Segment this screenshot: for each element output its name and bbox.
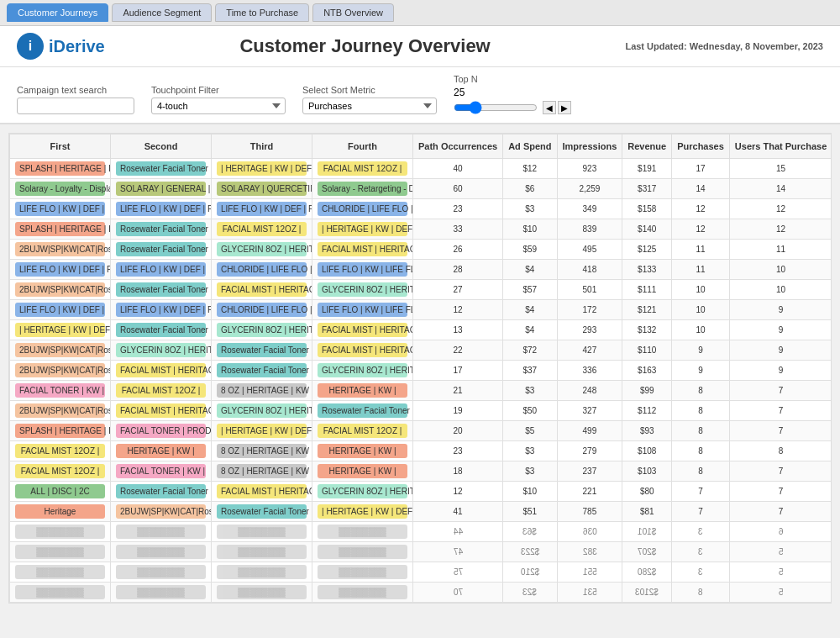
- metric-cell-5: $210: [503, 562, 557, 583]
- metric-cell-6: 839: [557, 219, 622, 240]
- table-row: LIFE FLO | KW | DEF |LIFE FLO | KW | DEF…: [10, 199, 832, 219]
- metric-cell-4: 53: [413, 603, 503, 604]
- metric-cell-9: 10: [729, 260, 832, 280]
- journey-cell-first: ▒▒▒▒▒▒▒▒: [10, 583, 111, 603]
- metric-cell-5: $63: [503, 522, 557, 542]
- campaign-search-input[interactable]: [17, 98, 134, 114]
- metric-cell-5: $5: [503, 421, 557, 441]
- table-row: 2BUJW|SP|KW|CAT|RosewaRosewater Facial T…: [10, 280, 832, 300]
- touchpoint-filter-select[interactable]: 4-touch 3-touch 2-touch: [151, 98, 286, 114]
- journey-cell-first: FACIAL MIST 12OZ |: [10, 441, 111, 461]
- slider-next-button[interactable]: ▶: [558, 101, 571, 114]
- metric-cell-7: $133: [622, 260, 672, 280]
- metric-cell-4: 70: [413, 583, 503, 603]
- table-row: ▒▒▒▒▒▒▒▒▒▒▒▒▒▒▒▒▒▒▒▒▒▒▒▒▒▒▒▒▒▒▒▒44$63036…: [10, 522, 832, 542]
- journey-cell-third: FACIAL MIST | HERITAGE |: [212, 482, 312, 502]
- table-row: SPLASH | HERITAGE | KW |Rosewater Facial…: [10, 159, 832, 179]
- metric-cell-8: 8: [672, 441, 730, 461]
- metric-cell-5: $23: [503, 603, 557, 604]
- metric-cell-7: $207: [622, 542, 672, 562]
- journey-cell-third: LIFE FLO | KW | DEF | PURE: [212, 199, 312, 219]
- metric-cell-5: $4: [503, 260, 557, 280]
- top-n-label: Top N: [454, 74, 571, 84]
- filters-bar: Campaign text search Touchpoint Filter 4…: [0, 67, 840, 124]
- table-row: LIFE FLO | KW | DEF |LIFE FLO | KW | DEF…: [10, 300, 832, 320]
- journey-cell-first: 2BUJW|SP|KW|CAT|Rosewa: [10, 280, 111, 300]
- journey-cell-third: ▒▒▒▒▒▒▒▒: [212, 542, 312, 562]
- journey-cell-fourth: HERITAGE | KW |: [312, 441, 413, 461]
- page-header: i iDerive Customer Journey Overview Last…: [0, 26, 840, 67]
- metric-cell-8: 3: [672, 522, 730, 542]
- logo-text: iDerive: [49, 37, 105, 56]
- metric-cell-4: 26: [413, 240, 503, 260]
- metric-cell-6: 172: [557, 300, 622, 320]
- metric-cell-7: $140: [622, 219, 672, 240]
- tab-customer-journeys[interactable]: Customer Journeys: [7, 3, 108, 22]
- metric-cell-4: 18: [413, 461, 503, 482]
- metric-cell-7: $81: [622, 502, 672, 522]
- slider-prev-button[interactable]: ◀: [543, 101, 556, 114]
- journey-cell-first: 2BUJW|SP|KW|CAT|Rosewa: [10, 340, 111, 361]
- journey-cell-first: FACIAL MIST 12OZ |: [10, 461, 111, 482]
- metric-cell-8: 9: [672, 361, 730, 381]
- metric-cell-6: 237: [557, 461, 622, 482]
- metric-cell-5: $37: [503, 361, 557, 381]
- metric-cell-4: 20: [413, 421, 503, 441]
- metric-cell-8: 12: [672, 199, 730, 219]
- journey-cell-first: Solaray - Loyalty - Display: [10, 179, 111, 199]
- journey-cell-first: LIFE FLO | KW | DEF | PURE: [10, 260, 111, 280]
- table-row: ALL | DISC | 2CRosewater Facial Toner |F…: [10, 482, 832, 502]
- metric-cell-5: $50: [503, 401, 557, 421]
- metric-cell-8: 10: [672, 300, 730, 320]
- metric-cell-7: $101: [622, 522, 672, 542]
- journey-cell-third: CHLORIDE | LIFE FLO | KW |: [212, 300, 312, 320]
- journey-cell-first: Heritage: [10, 502, 111, 522]
- col-purchases: Purchases: [672, 134, 730, 159]
- tab-audience-segment[interactable]: Audience Segment: [112, 3, 212, 22]
- metric-cell-8: 8: [672, 603, 730, 604]
- journey-cell-second: FACIAL TONER | PROD |: [111, 421, 212, 441]
- metric-cell-7: $191: [622, 159, 672, 179]
- table-row: 2BUJW|SP|KW|CAT|RosewaFACIAL MIST | HERI…: [10, 361, 832, 381]
- metric-cell-6: 499: [557, 421, 622, 441]
- journey-cell-fourth: GLYCERIN 8OZ | HERITAGE: [312, 482, 413, 502]
- metric-cell-5: $3: [503, 199, 557, 219]
- logo: i iDerive: [17, 33, 105, 60]
- top-n-controls: 25: [454, 87, 571, 98]
- metric-cell-8: 14: [672, 179, 730, 199]
- metric-cell-4: 60: [413, 179, 503, 199]
- metric-cell-9: 9: [729, 340, 832, 361]
- journey-cell-third: 8 OZ | HERITAGE | KW |: [212, 461, 312, 482]
- journey-cell-second: FACIAL MIST | HERITAGE |: [111, 361, 212, 381]
- metric-cell-8: 8: [672, 421, 730, 441]
- metric-cell-9: 7: [729, 502, 832, 522]
- journey-cell-fourth: CHLORIDE | LIFE FLO | KW |: [312, 199, 413, 219]
- metric-cell-6: 036: [557, 522, 622, 542]
- tab-time-to-purchase[interactable]: Time to Purchase: [215, 3, 309, 22]
- tab-ntb-overview[interactable]: NTB Overview: [312, 3, 394, 22]
- metric-cell-4: 13: [413, 320, 503, 340]
- journey-cell-fourth: HERITAGE | KW |: [312, 461, 413, 482]
- metric-cell-9: 5: [729, 562, 832, 583]
- metric-cell-7: $110: [622, 340, 672, 361]
- metric-cell-9: 7: [729, 401, 832, 421]
- sort-metric-select[interactable]: Purchases Revenue Impressions: [302, 98, 437, 114]
- journey-cell-fourth: GLYCERIN 8OZ | HERITAGE: [312, 280, 413, 300]
- journey-cell-second: FACIAL TONER | KW |: [111, 461, 212, 482]
- table-row: 2BUJW|SP|KW|CAT|RosewaGLYCERIN 8OZ | HER…: [10, 340, 832, 361]
- journey-cell-second: Rosewater Facial Toner |: [111, 240, 212, 260]
- journey-cell-third: ▒▒▒▒▒▒▒▒: [212, 583, 312, 603]
- journey-cell-second: ▒▒▒▒▒▒▒▒: [111, 522, 212, 542]
- journey-cell-fourth: ▒▒▒▒▒▒▒▒: [312, 562, 413, 583]
- metric-cell-8: 11: [672, 240, 730, 260]
- journey-cell-fourth: GLYCERIN 8OZ | HERITAGE: [312, 361, 413, 381]
- metric-cell-5: $51: [503, 502, 557, 522]
- metric-cell-8: 9: [672, 340, 730, 361]
- metric-cell-4: 40: [413, 159, 503, 179]
- campaign-search-group: Campaign text search: [17, 85, 134, 114]
- metric-cell-9: 12: [729, 219, 832, 240]
- top-n-slider[interactable]: [454, 101, 538, 114]
- campaign-search-label: Campaign text search: [17, 85, 134, 95]
- metric-cell-7: $125: [622, 240, 672, 260]
- table-row: LIFE FLO | KW | DEF | PURELIFE FLO | KW …: [10, 260, 832, 280]
